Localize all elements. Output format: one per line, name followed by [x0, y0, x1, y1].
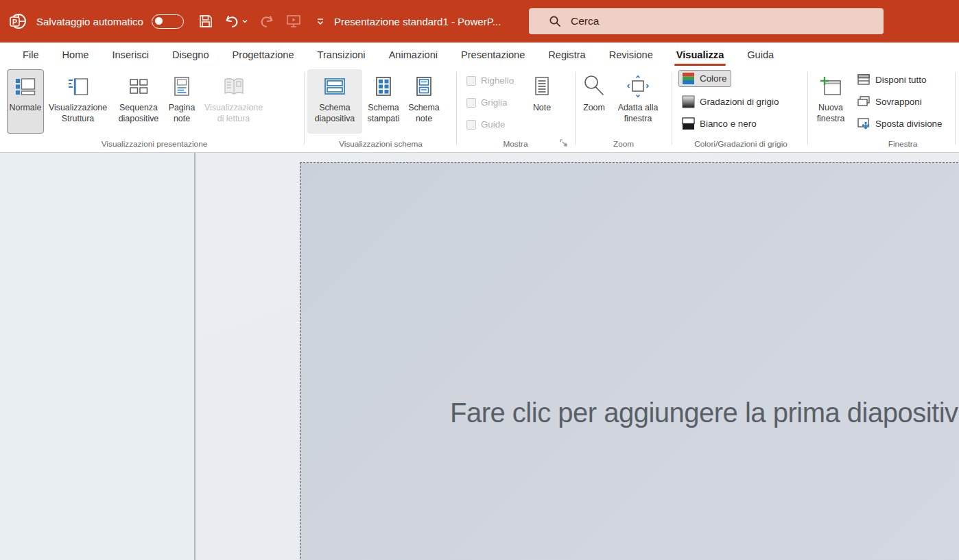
- slide-sorter-icon: [128, 75, 150, 98]
- group-zoom: Zoom Adatta allafinestra Zoom: [578, 67, 670, 151]
- search-placeholder: Cerca: [571, 15, 599, 27]
- tab-disegno[interactable]: Disegno: [161, 42, 221, 67]
- black-and-white-label: Bianco e nero: [700, 119, 757, 129]
- reading-view-button: Visualizzazionedi lettura: [198, 69, 269, 134]
- redo-icon: [259, 13, 275, 29]
- search-input[interactable]: Cerca: [529, 8, 884, 34]
- arrange-all-icon: [857, 73, 871, 86]
- slide-sorter-label: Sequenzadiapositive: [119, 103, 159, 124]
- color-button[interactable]: Colore: [678, 70, 731, 87]
- notes-button[interactable]: Note: [525, 69, 558, 134]
- zoom-label: Zoom: [583, 103, 605, 114]
- ribbon-separator: [304, 72, 305, 145]
- arrange-all-button[interactable]: Disponi tutto: [853, 71, 931, 88]
- grayscale-label: Gradazioni di grigio: [700, 97, 779, 107]
- black-and-white-button[interactable]: Bianco e nero: [678, 115, 761, 132]
- tab-animazioni[interactable]: Animazioni: [377, 42, 449, 67]
- move-split-button[interactable]: Sposta divisione: [853, 115, 947, 132]
- document-title: Presentazione standard1 - PowerP...: [334, 0, 501, 42]
- new-window-button[interactable]: Nuovafinestra: [812, 69, 849, 134]
- normal-view-icon: [14, 75, 36, 98]
- group-color: Colore Gradazioni di grigio Bianco e: [676, 67, 806, 151]
- group-label-presentation-views: Visualizzazioni presentazione: [7, 139, 302, 149]
- handout-master-button[interactable]: Schemastampati: [362, 69, 405, 134]
- reading-view-icon: [222, 75, 246, 98]
- cascade-label: Sovrapponi: [875, 97, 922, 107]
- powerpoint-logo-icon[interactable]: P: [9, 12, 27, 30]
- notes-page-button[interactable]: Paginanote: [165, 69, 198, 134]
- new-window-label: Nuovafinestra: [817, 103, 845, 124]
- cascade-button[interactable]: Sovrapponi: [853, 93, 927, 110]
- group-label-master-views: Visualizzazioni schema: [307, 139, 454, 149]
- tab-guida[interactable]: Guida: [735, 42, 785, 67]
- group-label-show: Mostra: [460, 139, 571, 149]
- ribbon-separator: [955, 72, 956, 145]
- tab-visualizza[interactable]: Visualizza: [665, 42, 736, 67]
- fit-to-window-label: Adatta allafinestra: [618, 103, 659, 124]
- ribbon-separator: [807, 72, 808, 145]
- undo-dropdown-chevron-icon[interactable]: [241, 18, 248, 25]
- group-master-views: Schemadiapositiva Schemastampati: [307, 67, 454, 151]
- quick-access-toolbar: [198, 13, 329, 29]
- notes-master-button[interactable]: Schemanote: [405, 69, 443, 134]
- group-label-color: Colori/Gradazioni di grigio: [676, 139, 806, 149]
- tab-inserisci[interactable]: Inserisci: [100, 42, 161, 67]
- slide-editing-area: Fare clic per aggiungere la prima diapos…: [196, 153, 959, 560]
- search-icon: [549, 15, 561, 27]
- start-slideshow-icon: [285, 13, 302, 29]
- notes-master-label: Schemanote: [408, 103, 439, 124]
- cascade-icon: [857, 95, 871, 108]
- notes-label: Note: [533, 103, 551, 114]
- group-presentation-views: Normale VisualizzazioneStruttura: [7, 67, 302, 151]
- save-icon[interactable]: [198, 13, 214, 29]
- empty-presentation-canvas[interactable]: Fare clic per aggiungere la prima diapos…: [300, 162, 959, 560]
- tab-file[interactable]: File: [11, 42, 51, 67]
- move-split-label: Sposta divisione: [875, 119, 943, 129]
- color-icon: [682, 72, 695, 85]
- outline-view-button[interactable]: VisualizzazioneStruttura: [44, 69, 112, 134]
- outline-view-label: VisualizzazioneStruttura: [49, 103, 107, 124]
- autosave-control: Salvataggio automatico: [36, 14, 184, 29]
- slide-sorter-button[interactable]: Sequenzadiapositive: [112, 69, 165, 134]
- workspace: Fare clic per aggiungere la prima diapos…: [0, 153, 959, 560]
- autosave-toggle[interactable]: [152, 14, 184, 29]
- grid-checkbox: [466, 98, 476, 108]
- guides-checkbox: [466, 120, 476, 130]
- svg-text:P: P: [12, 18, 17, 26]
- normal-view-label: Normale: [10, 103, 42, 114]
- tab-transizioni[interactable]: Transizioni: [306, 42, 377, 67]
- tab-progettazione[interactable]: Progettazione: [221, 42, 306, 67]
- slide-master-label: Schemadiapositiva: [315, 103, 355, 124]
- ribbon-separator: [575, 72, 576, 145]
- grayscale-button[interactable]: Gradazioni di grigio: [678, 93, 783, 110]
- ribbon-separator: [456, 72, 457, 145]
- group-label-zoom: Zoom: [578, 139, 670, 149]
- tab-home[interactable]: Home: [51, 42, 101, 67]
- reading-view-label: Visualizzazionedi lettura: [204, 103, 263, 124]
- guides-checkbox-row: Guide: [466, 119, 505, 130]
- tab-presentazione[interactable]: Presentazione: [449, 42, 536, 67]
- ribbon-separator: [672, 72, 672, 145]
- tab-registra[interactable]: Registra: [536, 42, 597, 67]
- autosave-toggle-knob: [155, 17, 163, 25]
- notes-master-icon: [413, 75, 435, 98]
- group-show: Righello Griglia Guide Note Mostr: [460, 67, 571, 151]
- notes-page-label: Paginanote: [169, 103, 196, 124]
- tab-revisione[interactable]: Revisione: [597, 42, 665, 67]
- new-window-icon: [819, 75, 842, 98]
- slide-master-button[interactable]: Schemadiapositiva: [307, 69, 362, 134]
- normal-view-button[interactable]: Normale: [7, 69, 44, 134]
- grid-label: Griglia: [481, 97, 507, 108]
- customize-quick-access-toolbar-icon[interactable]: [312, 13, 329, 29]
- guides-label: Guide: [481, 119, 505, 130]
- move-split-icon: [857, 117, 871, 130]
- slide-thumbnail-pane[interactable]: [0, 153, 194, 560]
- arrange-all-label: Disponi tutto: [875, 75, 926, 85]
- zoom-button[interactable]: Zoom: [578, 69, 611, 134]
- handout-master-icon: [372, 75, 394, 98]
- fit-to-window-button[interactable]: Adatta allafinestra: [611, 69, 665, 134]
- undo-button[interactable]: [224, 14, 248, 29]
- ruler-checkbox: [466, 76, 476, 86]
- add-first-slide-placeholder: Fare clic per aggiungere la prima diapos…: [450, 398, 959, 428]
- group-window: Nuovafinestra Disponi tutto Sovrapponi: [811, 67, 954, 151]
